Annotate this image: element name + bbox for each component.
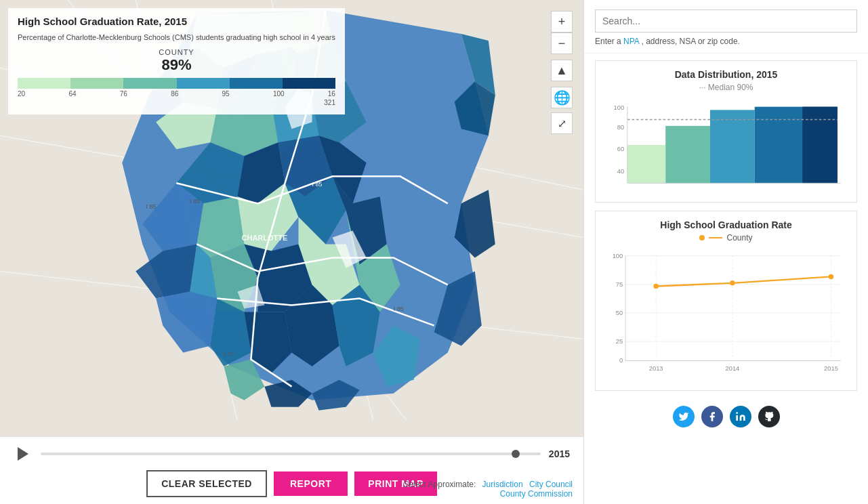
reset-button[interactable]: ▲ — [551, 60, 573, 81]
gradient-seg-6 — [283, 78, 335, 89]
legend-label-4: 95 — [222, 90, 230, 98]
svg-text:40: 40 — [617, 167, 624, 175]
legend-county-value: 89% — [18, 56, 335, 74]
select-approximate: Select Approximate: Jurisdiction City Co… — [404, 480, 573, 499]
clear-selected-button[interactable]: CLEAR SELECTED — [146, 470, 267, 497]
search-hint-prefix: Enter a — [595, 37, 621, 46]
select-approximate-label: Select Approximate: — [404, 480, 476, 489]
timeline-thumb[interactable] — [512, 450, 520, 458]
svg-text:CHARLOTTE: CHARLOTTE — [242, 234, 288, 242]
search-hint: Enter a NPA , address, NSA or zip code. — [595, 37, 857, 46]
svg-text:0: 0 — [619, 356, 623, 364]
zoom-controls: + − — [551, 11, 573, 54]
fullscreen-button[interactable]: ⤢ — [551, 112, 573, 134]
svg-text:I 85: I 85 — [146, 203, 156, 210]
legend-subtitle: Percentage of Charlotte-Mecklenburg Scho… — [18, 33, 335, 43]
gradient-seg-5 — [230, 78, 283, 89]
svg-text:I 85: I 85 — [190, 198, 200, 205]
dist-chart-median: ··· Median 90% — [605, 83, 847, 92]
svg-rect-60 — [665, 126, 710, 184]
legend-gradient — [18, 78, 335, 89]
svg-text:I 85: I 85 — [312, 181, 323, 188]
map-controls: + − ▲ 🌐 ⤢ — [551, 11, 573, 134]
county-commission-link[interactable]: County Commission — [500, 489, 573, 499]
svg-text:80: 80 — [617, 123, 624, 131]
year-label: 2015 — [549, 448, 570, 459]
globe-button[interactable]: 🌐 — [551, 87, 573, 108]
social-row — [595, 399, 857, 437]
zoom-out-button[interactable]: − — [551, 33, 573, 54]
sidebar: Enter a NPA , address, NSA or zip code. … — [583, 0, 868, 504]
svg-text:50: 50 — [616, 309, 623, 316]
report-button[interactable]: REPORT — [274, 471, 348, 496]
legend-count: 321 — [18, 99, 335, 106]
timeline-row: 2015 — [14, 444, 570, 463]
twitter-icon[interactable] — [673, 406, 695, 427]
legend-labels: 20 64 76 86 95 100 16 — [18, 90, 335, 98]
play-icon — [18, 447, 28, 461]
legend-label-3: 86 — [171, 90, 178, 98]
legend-label-2: 76 — [120, 90, 127, 98]
legend-title: High School Graduation Rate, 2015 — [18, 15, 335, 28]
dist-chart-title: Data Distribution, 2015 — [605, 69, 847, 80]
svg-text:100: 100 — [614, 104, 625, 111]
search-input[interactable] — [595, 9, 857, 33]
legend-label-0: 20 — [18, 90, 25, 98]
github-icon[interactable] — [758, 406, 780, 427]
zoom-in-button[interactable]: + — [551, 11, 573, 33]
npa-link[interactable]: NPA — [623, 37, 639, 46]
svg-text:2013: 2013 — [649, 364, 663, 372]
search-area: Enter a NPA , address, NSA or zip code. — [584, 0, 868, 54]
svg-point-85 — [653, 284, 659, 289]
linkedin-icon[interactable] — [730, 406, 751, 427]
line-chart: 100 75 50 25 0 2013 2014 — [605, 245, 847, 381]
svg-rect-63 — [802, 107, 838, 184]
play-button[interactable] — [14, 444, 33, 463]
svg-text:I 85: I 85 — [394, 306, 404, 312]
line-chart-card: High School Graduation Rate County 100 7… — [595, 211, 857, 391]
gradient-seg-4 — [177, 78, 230, 89]
distribution-chart-card: Data Distribution, 2015 ··· Median 90% 1… — [595, 60, 857, 203]
county-legend-label: County — [726, 233, 752, 243]
charts-area: Data Distribution, 2015 ··· Median 90% 1… — [584, 54, 868, 504]
map-area[interactable]: CHARLOTTE I 85 I 85 I 77 I 85 I 85 High … — [0, 0, 583, 504]
facebook-icon[interactable] — [701, 406, 723, 427]
bottom-bar: 2015 CLEAR SELECTED REPORT PRINT MAP Sel… — [0, 436, 583, 504]
gradient-seg-2 — [70, 78, 123, 89]
county-legend-dot — [699, 235, 705, 240]
search-hint-suffix: , address, NSA or zip code. — [642, 37, 740, 46]
svg-text:75: 75 — [616, 280, 623, 288]
svg-text:25: 25 — [616, 337, 623, 345]
legend-label-6: 16 — [328, 90, 335, 98]
svg-text:I 77: I 77 — [224, 351, 234, 358]
svg-text:2014: 2014 — [725, 364, 739, 372]
dist-chart: 100 80 60 40 — [605, 98, 847, 192]
timeline-track[interactable] — [41, 453, 541, 455]
gradient-seg-3 — [123, 78, 176, 89]
svg-point-86 — [730, 280, 735, 286]
county-legend-line — [709, 237, 722, 238]
svg-text:60: 60 — [617, 145, 624, 152]
line-chart-title: High School Graduation Rate — [605, 219, 847, 230]
chart-legend: County — [605, 233, 847, 243]
legend-county-label: COUNTY — [18, 48, 335, 56]
svg-text:100: 100 — [613, 252, 623, 259]
svg-point-88 — [736, 412, 738, 414]
jurisdiction-link[interactable]: Jurisdiction — [482, 480, 523, 489]
svg-rect-61 — [710, 110, 755, 183]
svg-point-87 — [829, 274, 834, 280]
legend-box: High School Graduation Rate, 2015 Percen… — [8, 8, 345, 114]
svg-text:2015: 2015 — [824, 364, 838, 372]
gradient-seg-1 — [18, 78, 70, 89]
legend-label-5: 100 — [273, 90, 285, 98]
city-council-link[interactable]: City Council — [529, 480, 573, 489]
line-svg: 100 75 50 25 0 2013 2014 — [605, 245, 847, 381]
legend-label-1: 64 — [68, 90, 76, 98]
dist-svg: 100 80 60 40 — [605, 98, 847, 192]
svg-rect-59 — [627, 145, 665, 183]
